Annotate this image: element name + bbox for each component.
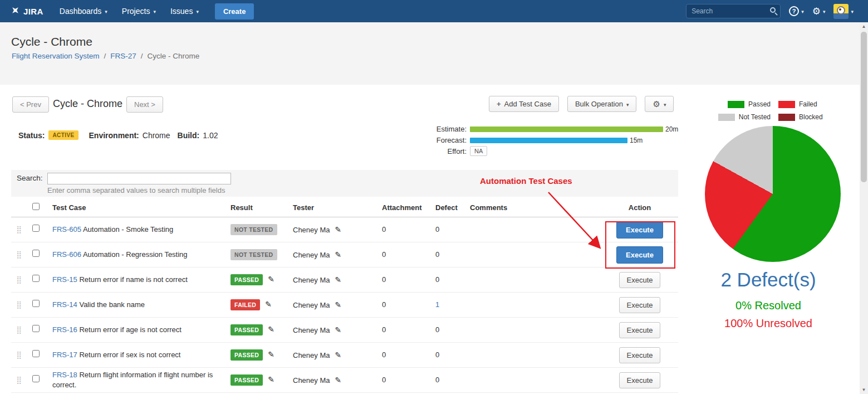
row-checkbox[interactable]	[32, 300, 40, 307]
test-case-summary: Valid the bank name	[79, 300, 145, 309]
jira-logo[interactable]: JIRA	[0, 6, 52, 16]
search-icon[interactable]	[770, 7, 776, 13]
result-badge[interactable]: FAILED	[231, 299, 260, 310]
scrollbar-up-button[interactable]: ▲	[860, 22, 868, 31]
edit-tester-icon[interactable]: ✎	[335, 250, 341, 259]
execute-button[interactable]: Execute	[619, 322, 661, 338]
test-case-key-link[interactable]: FRS-16	[52, 325, 77, 334]
drag-handle-icon[interactable]: ⣿	[16, 300, 22, 309]
test-case-key-link[interactable]: FRS-606	[52, 250, 81, 259]
navbar-right-group: ? ▾ ⚙ ▾ ▾	[686, 4, 868, 19]
edit-result-icon[interactable]: ✎	[268, 275, 274, 284]
execute-button[interactable]: Execute	[619, 347, 661, 363]
edit-tester-icon[interactable]: ✎	[335, 300, 341, 309]
bulk-operation-label: Bulk Operation	[575, 100, 623, 108]
test-case-key-link[interactable]: FRS-15	[52, 275, 77, 284]
drag-handle-icon[interactable]: ⣿	[16, 351, 22, 359]
row-checkbox[interactable]	[32, 325, 40, 332]
estimate-progress-bar	[470, 127, 663, 132]
result-badge[interactable]: PASSED	[231, 274, 263, 285]
defect-count-summary: 2 Defect(s)	[690, 269, 846, 291]
execute-button[interactable]: Execute	[619, 297, 661, 313]
nav-menu-issues[interactable]: Issues▾	[163, 0, 206, 22]
row-checkbox[interactable]	[32, 225, 40, 232]
result-badge[interactable]: PASSED	[231, 374, 263, 386]
edit-result-icon[interactable]: ✎	[268, 325, 274, 334]
result-badge[interactable]: PASSED	[231, 349, 263, 361]
next-cycle-button[interactable]: Next >	[126, 96, 163, 113]
edit-result-icon[interactable]: ✎	[268, 375, 274, 384]
execute-button[interactable]: Execute	[619, 372, 661, 388]
user-menu[interactable]: ▾	[833, 4, 854, 19]
forecast-label: Forecast:	[423, 136, 467, 144]
test-case-summary: Return error if sex is not correct	[79, 351, 180, 359]
breadcrumb-item[interactable]: FRS-27	[110, 52, 136, 60]
execute-button[interactable]: Execute	[616, 221, 663, 239]
scrollbar-down-button[interactable]: ▼	[860, 386, 868, 394]
row-checkbox[interactable]	[32, 250, 40, 257]
edit-tester-icon[interactable]: ✎	[335, 376, 341, 385]
jira-test-cycle-page: JIRA Dashboards▾Projects▾Issues▾ Create …	[0, 0, 868, 394]
edit-tester-icon[interactable]: ✎	[335, 325, 341, 334]
legend-swatch	[778, 114, 795, 121]
help-menu[interactable]: ? ▾	[789, 6, 804, 16]
search-label: Search:	[17, 174, 43, 182]
gear-icon: ⚙	[653, 100, 660, 108]
select-all-checkbox[interactable]	[32, 203, 40, 210]
vertical-scrollbar[interactable]: ▲ ▼	[860, 22, 868, 394]
search-input[interactable]	[47, 173, 231, 184]
edit-result-icon[interactable]: ✎	[265, 300, 272, 309]
result-badge[interactable]: PASSED	[231, 324, 263, 335]
user-avatar	[833, 4, 849, 19]
bulk-operation-button[interactable]: Bulk Operation ▾	[567, 96, 637, 112]
test-case-table-body: ⣿FRS-605 Automation - Smoke TestingNOT T…	[11, 217, 678, 393]
navbar-search-input[interactable]	[686, 4, 781, 18]
test-case-key-link[interactable]: FRS-14	[52, 300, 77, 309]
settings-menu[interactable]: ⚙ ▾	[812, 7, 826, 16]
test-case-key-link[interactable]: FRS-18	[52, 371, 77, 379]
drag-handle-icon[interactable]: ⣿	[16, 250, 22, 259]
drag-handle-icon[interactable]: ⣿	[16, 275, 22, 284]
attachment-count: 0	[374, 350, 428, 360]
create-button[interactable]: Create	[215, 3, 254, 20]
scrollbar-thumb[interactable]	[861, 32, 867, 182]
tester-name: Cheney Ma	[293, 376, 330, 385]
legend-label: Failed	[799, 100, 817, 108]
help-icon: ?	[789, 6, 799, 16]
add-test-case-button[interactable]: + Add Test Case	[489, 96, 559, 112]
cycle-title: Cycle - Chrome	[53, 98, 122, 110]
legend-label: Blocked	[799, 113, 823, 121]
prev-cycle-button[interactable]: < Prev	[12, 96, 49, 113]
forecast-row: Forecast: 15m	[423, 136, 643, 144]
edit-tester-icon[interactable]: ✎	[335, 275, 341, 284]
result-badge[interactable]: NOT TESTED	[231, 249, 277, 260]
row-checkbox[interactable]	[32, 350, 40, 357]
edit-tester-icon[interactable]: ✎	[335, 351, 341, 359]
test-case-key-link[interactable]: FRS-605	[52, 225, 81, 234]
drag-handle-icon[interactable]: ⣿	[16, 225, 22, 234]
tester-name: Cheney Ma	[293, 276, 330, 284]
execute-button[interactable]: Execute	[616, 246, 663, 264]
breadcrumb-separator: /	[104, 52, 106, 60]
drag-handle-icon[interactable]: ⣿	[16, 325, 22, 334]
result-badge[interactable]: NOT TESTED	[231, 224, 277, 235]
breadcrumb-item[interactable]: Flight Reservation System	[12, 52, 100, 60]
row-checkbox[interactable]	[32, 375, 40, 382]
nav-menu-projects[interactable]: Projects▾	[115, 0, 163, 22]
defect-count-link[interactable]: 1	[435, 300, 439, 309]
test-case-key-link[interactable]: FRS-17	[52, 351, 77, 359]
drag-handle-icon[interactable]: ⣿	[16, 376, 22, 384]
row-checkbox[interactable]	[32, 275, 40, 282]
execute-button[interactable]: Execute	[619, 272, 661, 288]
legend-item: Blocked	[778, 113, 834, 121]
jira-logo-icon	[11, 6, 19, 16]
nav-menu-dashboards[interactable]: Dashboards▾	[52, 0, 115, 22]
environment-label: Environment:	[89, 131, 139, 140]
page-title: Cycle - Chrome	[11, 35, 92, 48]
edit-result-icon[interactable]: ✎	[268, 350, 274, 359]
edit-tester-icon[interactable]: ✎	[335, 225, 341, 234]
estimate-label: Estimate:	[423, 125, 467, 133]
table-search-section: Search: Enter comma separated values to …	[11, 170, 678, 197]
cycle-settings-button[interactable]: ⚙ ▾	[645, 96, 674, 112]
test-results-pie	[705, 126, 841, 262]
